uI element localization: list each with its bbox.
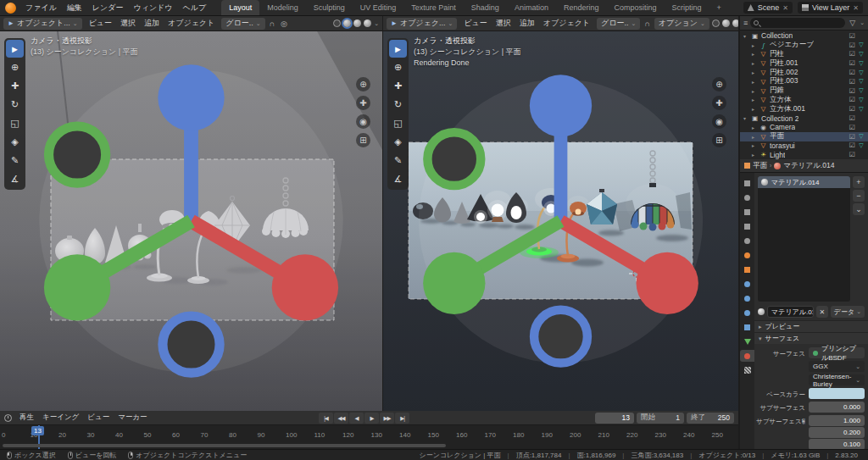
mesh-data-icon[interactable]: ▽ [858,106,865,113]
tab-layout[interactable]: Layout [221,0,259,15]
shading-wireframe-icon[interactable] [712,19,720,27]
frame-start-field[interactable]: 開始 1 [637,413,684,424]
subsurface-slider[interactable]: 0.000 [809,402,865,413]
material-link-dropdown[interactable]: データ ⌄ [831,306,865,318]
checkbox-icon[interactable]: ☑ [849,141,855,149]
particles-tab[interactable] [740,292,754,304]
next-keyframe-button[interactable]: ▶▶ [380,413,394,424]
tab-texture-paint[interactable]: Texture Paint [403,0,464,15]
menu-render[interactable]: レンダー [87,0,129,15]
ortho-toggle-button[interactable]: ⊞ [356,133,370,147]
checkbox-icon[interactable]: ☑ [849,87,855,95]
physics-tab[interactable] [740,307,754,319]
add-menu[interactable]: 追加 [140,18,164,29]
menu-file[interactable]: ファイル [20,0,62,15]
mesh-data-icon[interactable]: ▽ [858,87,865,94]
outliner-item-camera[interactable]: ▸ ◉ Camera ☑ [740,123,868,132]
checkbox-icon[interactable]: ☑ [849,124,855,131]
radius-value-field[interactable]: 0.200 [809,427,865,438]
expander-icon[interactable]: ▸ [752,42,757,48]
surface-section-header[interactable]: ▾ サーフェス [754,332,868,344]
texture-tab[interactable] [740,364,754,376]
subsurface-method-dropdown[interactable]: Christensen-Burley ⌄ [809,374,865,385]
shading-rendered-icon[interactable] [364,19,371,27]
checkbox-icon[interactable]: ☑ [849,69,855,76]
mode-dropdown[interactable]: ► オブジェクト... ⌄ [3,18,82,30]
expander-icon[interactable]: ▸ [752,125,757,130]
checkbox-icon[interactable]: ☑ [849,78,855,86]
marker-menu[interactable]: マーカー [114,413,151,423]
preview-section-header[interactable]: ▸ プレビュー [754,320,868,332]
radius-value-field[interactable]: 1.000 [809,415,865,426]
outliner-item-light[interactable]: ▸ ☀ Light ☑ [740,150,868,159]
breadcrumb-object-name[interactable]: 平面 [753,161,767,171]
zoom-button[interactable]: ⊕ [712,77,726,91]
chevron-down-icon[interactable]: ⌄ [374,20,379,27]
object-data-tab[interactable] [740,335,754,347]
shading-wireframe-icon[interactable] [333,19,341,27]
camera-view-button[interactable]: ◉ [712,114,726,129]
checkbox-icon[interactable]: ☑ [849,96,855,103]
outliner-item-plane[interactable]: ▸ ▽ 平面 ☑ ▽ [740,132,868,141]
outliner-item-torasyui[interactable]: ▸ ▽ torasyui ☑ ▽ [740,141,868,151]
expander-icon[interactable]: ▸ [752,69,757,75]
filter-funnel-icon[interactable]: ▽ [848,19,857,27]
expander-icon[interactable]: ▾ [743,33,748,39]
pan-button[interactable]: ✚ [712,96,726,110]
pan-button[interactable]: ✚ [356,96,370,110]
render-tab[interactable] [740,191,754,203]
view-layer-tab[interactable] [740,220,754,232]
mesh-data-icon[interactable]: ▽ [858,97,865,103]
options-dropdown[interactable]: オプション ⌄ [654,18,709,30]
checkbox-icon[interactable]: ☑ [849,133,855,141]
tab-scripting[interactable]: Scripting [664,0,709,15]
shading-solid-icon[interactable] [343,19,351,27]
view-menu[interactable]: ビュー [459,18,491,29]
add-menu[interactable]: 追加 [515,18,539,29]
outliner-item-cylinder-003[interactable]: ▸ ▽ 円柱.003 ☑ ▽ [740,77,868,86]
outliner-item-cylinder[interactable]: ▸ ▽ 円柱 ☑ ▽ [740,50,868,59]
mesh-data-icon[interactable]: ▽ [858,60,865,67]
object-menu[interactable]: オブジェクト [164,18,219,29]
tab-sculpting[interactable]: Sculpting [306,0,353,15]
view-layer-selector[interactable]: View Layer ✕ [798,2,863,14]
outliner-item-cone[interactable]: ▸ ▽ 円錐 ☑ ▽ [740,86,868,96]
checkbox-icon[interactable]: ☑ [849,42,855,49]
checkbox-icon[interactable]: ☑ [849,105,855,113]
menu-edit[interactable]: 編集 [62,0,87,15]
shading-material-icon[interactable] [732,19,738,27]
checkbox-icon[interactable]: ☑ [849,50,855,58]
tab-modeling[interactable]: Modeling [259,0,306,15]
constraints-tab[interactable] [740,321,754,333]
mesh-data-icon[interactable]: ▽ [858,133,865,140]
scene-selector[interactable]: Scene ✕ [743,2,793,14]
outliner-item-bezier-curve[interactable]: ▸ ʃ ベジエカーブ ☑ ▽ [740,41,868,50]
unlink-material-button[interactable]: ✕ [816,306,828,318]
menu-window[interactable]: ウィンドウ [128,0,177,15]
scene-tab[interactable] [740,235,754,247]
blender-logo-icon[interactable] [5,3,16,14]
current-frame-field[interactable]: 13 [595,413,634,424]
tab-animation[interactable]: Animation [507,0,556,15]
distribution-dropdown[interactable]: GGX ⌄ [809,361,865,372]
select-menu[interactable]: 選択 [492,18,515,29]
mesh-data-icon[interactable]: ▽ [858,42,865,48]
outliner-item-collection[interactable]: ▾ ▣ Collection ☑ [740,31,868,41]
checkbox-icon[interactable]: ☑ [849,114,855,122]
expander-icon[interactable]: ▸ [752,51,757,57]
expander-icon[interactable]: ▸ [752,152,757,158]
timeline-editor-icon[interactable] [4,414,12,422]
add-material-slot-button[interactable]: + [853,176,865,188]
playback-menu[interactable]: 再生 [15,413,38,423]
shading-solid-icon[interactable] [722,19,730,27]
object-tab[interactable] [740,263,754,275]
navigation-gizmo[interactable] [0,31,382,411]
material-tab[interactable] [740,350,754,362]
timeline-ruler[interactable]: 0102030405060708090100110120130140150160… [0,425,738,449]
viewport-right-body[interactable]: ►⊕✚↻◱◈✎∡ カメラ・透視投影 (13) シーンコレクション | 平面 Re… [383,31,738,411]
previous-keyframe-button[interactable]: ◀◀ [334,413,348,424]
tab-rendering[interactable]: Rendering [556,0,607,15]
breadcrumb-material-name[interactable]: マテリアル.014 [783,161,834,171]
checkbox-icon[interactable]: ☑ [849,151,855,158]
expander-icon[interactable]: ▸ [752,88,757,94]
